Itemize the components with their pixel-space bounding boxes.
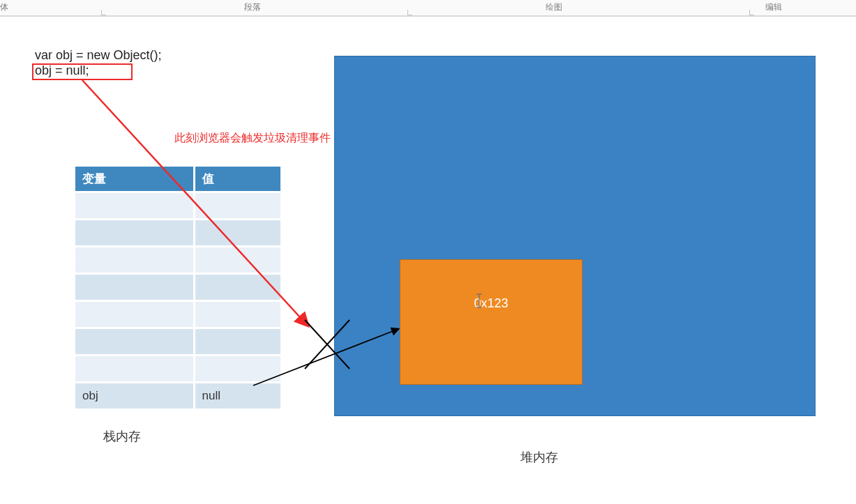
stack-memory-label: 栈内存 <box>103 428 141 445</box>
table-row <box>75 274 282 301</box>
heap-object: 0x123 <box>400 259 583 385</box>
stack-header-var: 变量 <box>75 166 195 192</box>
table-row <box>75 301 282 328</box>
table-row <box>75 328 282 356</box>
table-row <box>75 220 282 247</box>
ribbon-group-labels: 体 段落 绘图 编辑 <box>0 0 856 17</box>
stack-cell-var: obj <box>75 383 195 410</box>
code-highlight-box <box>32 63 133 80</box>
gc-annotation: 此刻浏览器会触发垃圾清理事件 <box>174 131 331 146</box>
ribbon-group-drawing: 绘图 <box>546 1 562 13</box>
diagram-canvas: 体 段落 绘图 编辑 var obj = new Object(); obj =… <box>0 0 856 504</box>
ribbon-group-edit: 编辑 <box>765 1 782 13</box>
code-line-1: var obj = new Object(); <box>35 48 162 62</box>
ribbon-group-paragraph: 段落 <box>244 1 261 13</box>
table-row <box>75 247 282 274</box>
stack-table: 变量 值 obj null <box>73 165 283 411</box>
table-row <box>75 192 282 220</box>
heap-memory-label: 堆内存 <box>520 449 558 466</box>
stack-cell-val: null <box>194 383 282 410</box>
stack-header-val: 值 <box>194 166 282 192</box>
table-row <box>75 356 282 383</box>
table-row: obj null <box>75 383 282 410</box>
heap-object-address: 0x123 <box>474 296 508 311</box>
ribbon-group-font: 体 <box>0 1 8 13</box>
